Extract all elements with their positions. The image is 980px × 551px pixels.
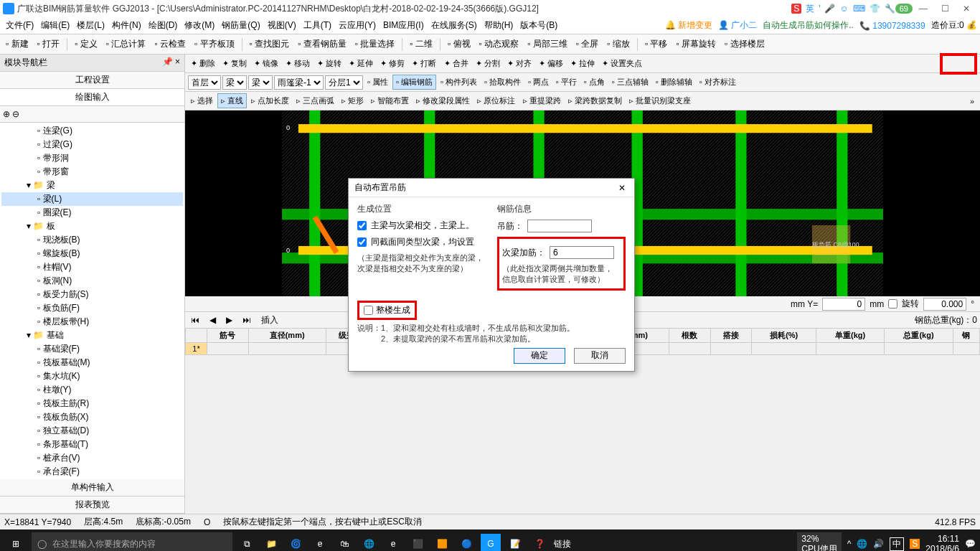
shirt-icon[interactable]: 👕 [870,4,880,14]
edit-打断[interactable]: ✦ 打断 [409,57,439,70]
tree-连梁(G)[interactable]: ▫ 连梁(G) [1,124,183,138]
tree-collapse-icon[interactable]: ⊖ [12,109,19,119]
tree-基础梁(F)[interactable]: ▫ 基础梁(F) [1,342,183,356]
ime-icon[interactable]: 中 [890,537,904,551]
ggj-icon[interactable]: G [481,534,501,551]
tb-缩放[interactable]: ▫ 缩放 [604,37,633,52]
col-直径(mm)[interactable]: 直径(mm) [248,329,326,343]
more-icon[interactable]: » [967,95,977,107]
notification-icon[interactable]: 💬 [965,539,976,549]
col-搭接[interactable]: 搭接 [710,329,752,343]
sub1-对齐标注[interactable]: ▫ 对齐标注 [697,75,739,89]
menu-在线服务(S)[interactable]: 在线服务(S) [428,18,480,33]
edit-拉伸[interactable]: ✦ 拉伸 [567,57,598,70]
col-单重(kg)[interactable]: 单重(kg) [816,329,885,343]
menu-帮助(H)[interactable]: 帮助(H) [481,18,517,33]
tree-expand-icon[interactable]: ⊕ [3,109,10,119]
tree-螺旋板(B)[interactable]: ▫ 螺旋板(B) [1,247,183,260]
nav-first[interactable]: ⏮ [188,314,202,326]
sub1-三点辅轴[interactable]: ▫ 三点辅轴 [609,75,651,89]
account-number[interactable]: 📞 13907298339 [859,21,925,31]
menu-绘图(D)[interactable]: 绘图(D) [146,18,181,33]
sub1-平行[interactable]: ▫ 平行 [553,75,580,89]
tb-查看钢筋量[interactable]: ▫ 查看钢筋量 [295,37,349,52]
task-view-icon[interactable]: ⧉ [237,534,257,551]
app6-icon[interactable]: ❓ [529,534,550,551]
edit-偏移[interactable]: ✦ 偏移 [536,57,566,70]
emoji-icon[interactable]: ☺ [839,4,848,14]
network-icon[interactable]: 🌐 [857,539,867,549]
sub2-梁跨数据复制[interactable]: ▹ 梁跨数据复制 [565,94,625,108]
ime-chinese-icon[interactable]: 英 [806,3,814,15]
tree-板受力筋(S)[interactable]: ▫ 板受力筋(S) [1,288,183,301]
sub2-修改梁段属性[interactable]: ▹ 修改梁段属性 [413,94,473,108]
app5-icon[interactable]: 📝 [505,534,525,551]
row-header[interactable]: 1* [186,343,207,355]
edit-旋转[interactable]: ✦ 旋转 [314,57,344,70]
tab-single-input[interactable]: 单构件输入 [0,479,184,496]
sub2-点加长度[interactable]: ▹ 点加长度 [248,94,292,108]
edge-icon[interactable]: e [310,534,330,551]
tree-梁(L)[interactable]: ▫ 梁(L) [1,192,183,206]
mic-icon[interactable]: 🎤 [824,4,835,14]
tree-独立基础(D)[interactable]: ▫ 独立基础(D) [1,424,183,438]
tree-柱墩(Y)[interactable]: ▫ 柱墩(Y) [1,383,183,397]
tree-楼层板带(H)[interactable]: ▫ 楼层板带(H) [1,315,183,329]
edit-对齐[interactable]: ✦ 对齐 [504,57,534,70]
edit-延伸[interactable]: ✦ 延伸 [346,57,376,70]
tree-带形窗[interactable]: ▫ 带形窗 [1,165,183,179]
secondary-add-input[interactable] [550,246,614,259]
app4-icon[interactable]: 🔵 [456,534,476,551]
col-总重(kg)[interactable]: 总重(kg) [885,329,953,343]
tb-全屏[interactable]: ▫ 全屏 [573,37,602,52]
edit-镜像[interactable]: ✦ 镜像 [251,57,281,70]
insert-btn[interactable]: 插入 [258,313,281,328]
tb-打开[interactable]: ▫ 打开 [34,37,63,52]
close-button[interactable]: ✕ [956,1,977,16]
clock[interactable]: 16:112018/6/6 [925,534,959,551]
menu-构件(N)[interactable]: 构件(N) [109,18,144,33]
sub2-批量识别梁支座[interactable]: ▹ 批量识别梁支座 [626,94,694,108]
nav-last[interactable]: ⏭ [240,314,254,326]
app3-icon[interactable]: 🟧 [432,534,452,551]
update-button[interactable]: 🔔 新增变更 [665,19,712,32]
chk-main-secondary[interactable] [357,221,367,230]
edit-删除[interactable]: ✦ 删除 [188,57,218,70]
hint-link[interactable]: 自动生成吊筋如何操作.. [763,19,854,32]
link-label[interactable]: 链接 [554,538,571,550]
tree-承台梁(F)[interactable]: ▫ 承台梁(F) [1,465,183,479]
chk-same-section[interactable] [357,237,367,247]
sub2-三点画弧[interactable]: ▹ 三点画弧 [293,94,337,108]
tree-桩承台(V)[interactable]: ▫ 桩承台(V) [1,451,183,465]
sub2-矩形[interactable]: ▹ 矩形 [339,94,367,108]
sogou-icon[interactable]: S [791,4,801,14]
tree-圈梁(E)[interactable]: ▫ 圈梁(E) [1,206,183,220]
edit-合并[interactable]: ✦ 合并 [441,57,471,70]
edit-复制[interactable]: ✦ 复制 [220,57,250,70]
sogou-tray-icon[interactable]: S [910,539,920,549]
chrome-icon[interactable]: 🌐 [359,534,379,551]
tb-选择楼层[interactable]: ▫ 选择楼层 [722,37,768,52]
tb-动态观察[interactable]: ▫ 动态观察 [476,37,522,52]
rotate-checkbox[interactable] [888,299,897,309]
tb-平移[interactable]: ▫ 平移 [642,37,671,52]
menu-云应用(Y)[interactable]: 云应用(Y) [336,18,379,33]
tray-up-icon[interactable]: ^ [847,539,852,549]
green-badge[interactable]: 69 [895,4,913,14]
chk-whole-building[interactable] [364,306,373,315]
tb-俯视[interactable]: ▫ 俯视 [445,37,473,52]
folder-icon[interactable]: 📁 [261,534,281,551]
wrench-icon[interactable]: 🔧 [885,4,895,14]
col-钢[interactable]: 钢 [953,329,979,343]
app1-icon[interactable]: 🌀 [286,534,306,551]
cancel-button[interactable]: 取消 [574,348,626,364]
cpu-meter[interactable]: 32%CPU使用 [797,532,841,551]
rotate-input[interactable] [923,298,966,311]
tb-批量选择[interactable]: ▫ 批量选择 [352,37,398,52]
col-根数[interactable]: 根数 [669,329,710,343]
maximize-button[interactable]: ☐ [934,1,956,16]
volume-icon[interactable]: 🔊 [873,539,884,549]
tb-查找图元[interactable]: ▫ 查找图元 [247,37,293,52]
taskbar-search[interactable]: ◯在这里输入你要搜索的内容 [32,532,232,551]
tree-带形洞[interactable]: ▫ 带形洞 [1,151,183,165]
